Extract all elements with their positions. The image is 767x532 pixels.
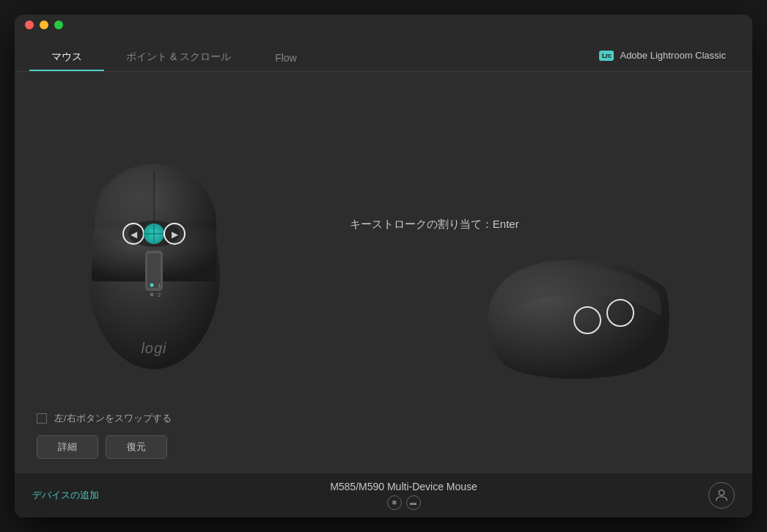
app-badge: Lrc Adobe Lightroom Classic: [587, 43, 738, 68]
keystroke-label: キーストロークの割り当て：Enter: [350, 218, 519, 232]
detail-button[interactable]: 詳細: [37, 435, 98, 459]
swap-checkbox[interactable]: [37, 413, 47, 424]
app-name: Adobe Lightroom Classic: [620, 50, 726, 61]
titlebar: [15, 15, 752, 35]
bottom-controls: 左/右ボタンをスワップする 詳細 復元: [15, 400, 752, 473]
minimize-button[interactable]: [40, 21, 48, 29]
bluetooth-icon: ✱: [387, 495, 402, 510]
svg-point-15: [150, 293, 154, 297]
bottom-controls-container: 左/右ボタンをスワップする 詳細 復元: [15, 400, 752, 473]
device-name: M585/M590 Multi-Device Mouse: [330, 481, 477, 492]
svg-text:◀: ◀: [131, 229, 138, 240]
tab-mouse[interactable]: マウス: [29, 43, 104, 71]
footer: デバイスの追加 M585/M590 Multi-Device Mouse ✱ ▬: [15, 473, 752, 517]
restore-button[interactable]: 復元: [106, 435, 167, 459]
lrc-icon: Lrc: [599, 51, 614, 61]
swap-row: 左/右ボタンをスワップする: [37, 412, 730, 425]
app-window: マウス ポイント & スクロール Flow Lrc Adobe Lightroo…: [15, 15, 752, 517]
tabbar: マウス ポイント & スクロール Flow Lrc Adobe Lightroo…: [15, 35, 752, 72]
close-button[interactable]: [25, 21, 34, 29]
maximize-button[interactable]: [54, 21, 63, 29]
svg-point-21: [719, 490, 724, 495]
footer-center: M585/M590 Multi-Device Mouse ✱ ▬: [99, 481, 708, 510]
add-device-link[interactable]: デバイスの追加: [32, 489, 99, 502]
svg-text:logi: logi: [141, 340, 166, 356]
svg-text:2: 2: [158, 292, 161, 298]
svg-point-14: [150, 284, 154, 287]
mouse-side-view: [474, 243, 679, 390]
tab-flow[interactable]: Flow: [253, 45, 319, 71]
btn-row: 詳細 復元: [37, 435, 730, 459]
svg-text:▶: ▶: [172, 229, 179, 240]
main-content: キーストロークの割り当て：Enter: [15, 72, 752, 473]
user-account-button[interactable]: [708, 482, 735, 509]
tab-point-scroll[interactable]: ポイント & スクロール: [104, 43, 253, 71]
traffic-lights: [25, 21, 63, 29]
device-icons: ✱ ▬: [387, 495, 421, 510]
mouse-front-view: ◀ ▶ 1 2 logi: [73, 128, 235, 391]
usb-icon: ▬: [406, 495, 421, 510]
svg-text:1: 1: [158, 282, 161, 289]
swap-label: 左/右ボタンをスワップする: [54, 412, 172, 425]
